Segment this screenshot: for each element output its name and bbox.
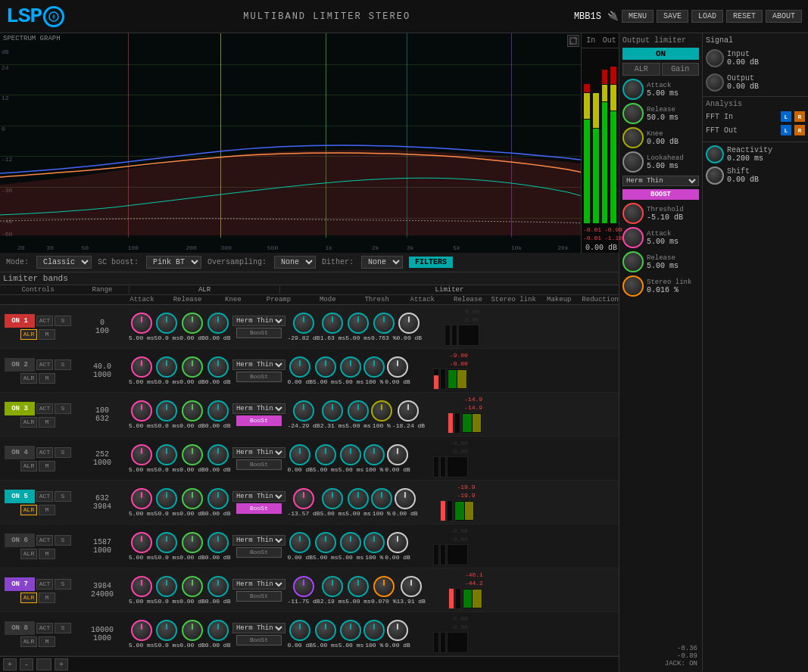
knob-teal[interactable] bbox=[289, 532, 310, 553]
knob-pink[interactable] bbox=[131, 356, 152, 378]
band-act-8[interactable]: ACT bbox=[36, 623, 53, 633]
knob-pink[interactable] bbox=[131, 620, 152, 641]
knob-teal[interactable] bbox=[363, 620, 385, 641]
knob-teal[interactable] bbox=[322, 313, 343, 334]
knob-teal[interactable] bbox=[156, 576, 177, 597]
ol-alr-button[interactable]: ALR bbox=[622, 63, 660, 76]
sc-boost-select[interactable]: Pink BT bbox=[146, 256, 201, 269]
knob-teal[interactable] bbox=[156, 444, 177, 465]
band-s-6[interactable]: S bbox=[55, 535, 71, 546]
knob-teal[interactable] bbox=[363, 356, 385, 378]
band-s-8[interactable]: S bbox=[55, 623, 71, 633]
boost-btn-6[interactable]: BooSt bbox=[236, 547, 282, 558]
filters-button[interactable]: FILTERS bbox=[409, 257, 453, 268]
band-on-8[interactable]: ON 8 bbox=[5, 621, 35, 635]
fft-out-r-button[interactable]: R bbox=[794, 125, 805, 135]
knob-teal[interactable] bbox=[340, 356, 361, 378]
fft-in-l-button[interactable]: L bbox=[781, 111, 791, 122]
band-act-2[interactable]: ACT bbox=[36, 359, 53, 370]
knob-pink[interactable] bbox=[131, 444, 152, 465]
oversampling-select[interactable]: None bbox=[274, 256, 316, 269]
knob-teal[interactable] bbox=[207, 356, 229, 378]
boost-btn-7[interactable]: BooSt bbox=[236, 591, 282, 602]
knob-pink[interactable] bbox=[131, 576, 152, 597]
knob-teal[interactable] bbox=[156, 532, 177, 553]
knob-teal[interactable] bbox=[315, 620, 336, 641]
band-m-4[interactable]: M bbox=[39, 461, 55, 471]
band-alr-1[interactable]: ALR bbox=[20, 329, 37, 340]
band-on-1[interactable]: ON 1 bbox=[5, 314, 35, 328]
knob-teal[interactable] bbox=[348, 400, 369, 422]
knob-orange[interactable] bbox=[373, 576, 395, 597]
knob-green[interactable] bbox=[182, 444, 203, 465]
mode-select-1[interactable]: Herm Thin bbox=[232, 316, 285, 326]
mode-select[interactable]: Classic bbox=[36, 256, 92, 269]
band-act-7[interactable]: ACT bbox=[36, 579, 53, 590]
output-knob[interactable] bbox=[706, 73, 724, 92]
knob-green[interactable] bbox=[182, 356, 203, 378]
band-s-2[interactable]: S bbox=[55, 359, 71, 370]
input-knob[interactable] bbox=[706, 49, 724, 67]
ol-attack2-knob[interactable] bbox=[622, 227, 644, 248]
knob-green[interactable] bbox=[182, 488, 203, 509]
knob-teal[interactable] bbox=[207, 576, 229, 597]
knob-teal[interactable] bbox=[207, 313, 229, 334]
knob-teal[interactable] bbox=[315, 444, 336, 465]
knob-white[interactable] bbox=[387, 532, 408, 553]
knob-teal[interactable] bbox=[156, 620, 177, 641]
knob-teal[interactable] bbox=[156, 313, 177, 334]
band-act-4[interactable]: ACT bbox=[36, 447, 53, 458]
dither-select[interactable]: None bbox=[361, 256, 403, 269]
band-alr-3[interactable]: ALR bbox=[20, 417, 37, 428]
knob-purple[interactable] bbox=[293, 576, 314, 597]
about-button[interactable]: ABOUT bbox=[766, 10, 802, 23]
knob-yellow[interactable] bbox=[371, 400, 392, 422]
knob-teal[interactable] bbox=[289, 444, 310, 465]
band-on-4[interactable]: ON 4 bbox=[5, 446, 35, 459]
band-alr-8[interactable]: ALR bbox=[20, 636, 37, 647]
knob-teal[interactable] bbox=[322, 576, 343, 597]
mode-select-5[interactable]: Herm Thin bbox=[232, 491, 285, 502]
band-on-3[interactable]: ON 3 bbox=[5, 402, 35, 415]
ol-mode-select[interactable]: Herm Thin bbox=[622, 176, 699, 186]
band-m-6[interactable]: M bbox=[39, 549, 55, 559]
band-act-1[interactable]: ACT bbox=[36, 316, 53, 326]
fft-in-r-button[interactable]: R bbox=[794, 111, 805, 122]
add-band-button[interactable]: + bbox=[3, 658, 17, 670]
expand-button[interactable] bbox=[567, 35, 579, 47]
boost-btn-3[interactable]: BooSt bbox=[236, 415, 282, 426]
boost-btn-2[interactable]: BooSt bbox=[236, 372, 282, 382]
knob-teal[interactable] bbox=[371, 488, 392, 509]
band-s-1[interactable]: S bbox=[55, 316, 71, 326]
band-alr-4[interactable]: ALR bbox=[20, 461, 37, 471]
knob-green[interactable] bbox=[182, 620, 203, 641]
knob-teal[interactable] bbox=[340, 444, 361, 465]
ol-release-knob[interactable] bbox=[622, 103, 644, 124]
ol-lookahead-knob[interactable] bbox=[622, 151, 644, 173]
band-m-8[interactable]: M bbox=[39, 636, 55, 647]
knob-green[interactable] bbox=[182, 532, 203, 553]
knob-teal[interactable] bbox=[156, 488, 177, 509]
knob-teal[interactable] bbox=[156, 356, 177, 378]
knob-teal[interactable] bbox=[156, 400, 177, 422]
remove-band-button[interactable]: - bbox=[20, 658, 33, 670]
band-m-3[interactable]: M bbox=[39, 417, 55, 428]
ol-stereo-knob[interactable] bbox=[622, 275, 644, 297]
mode-select-7[interactable]: Herm Thin bbox=[232, 579, 285, 590]
mode-select-4[interactable]: Herm Thin bbox=[232, 447, 285, 458]
mode-select-6[interactable]: Herm Thin bbox=[232, 535, 285, 546]
ol-boost-button[interactable]: BOOST bbox=[622, 189, 699, 200]
knob-white[interactable] bbox=[387, 620, 408, 641]
band-on-5[interactable]: ON 5 bbox=[5, 490, 35, 503]
knob-teal[interactable] bbox=[293, 400, 314, 422]
ol-on-button[interactable]: ON bbox=[622, 48, 699, 60]
knob-teal[interactable] bbox=[289, 620, 310, 641]
boost-btn-1[interactable]: BooSt bbox=[236, 328, 282, 338]
knob-teal[interactable] bbox=[363, 532, 385, 553]
knob-pink[interactable] bbox=[131, 400, 152, 422]
knob-teal[interactable] bbox=[322, 400, 343, 422]
knob-white[interactable] bbox=[387, 444, 408, 465]
band-alr-7[interactable]: ALR bbox=[20, 593, 37, 603]
boost-btn-8[interactable]: BooSt bbox=[236, 635, 282, 646]
band-on-2[interactable]: ON 2 bbox=[5, 358, 35, 372]
